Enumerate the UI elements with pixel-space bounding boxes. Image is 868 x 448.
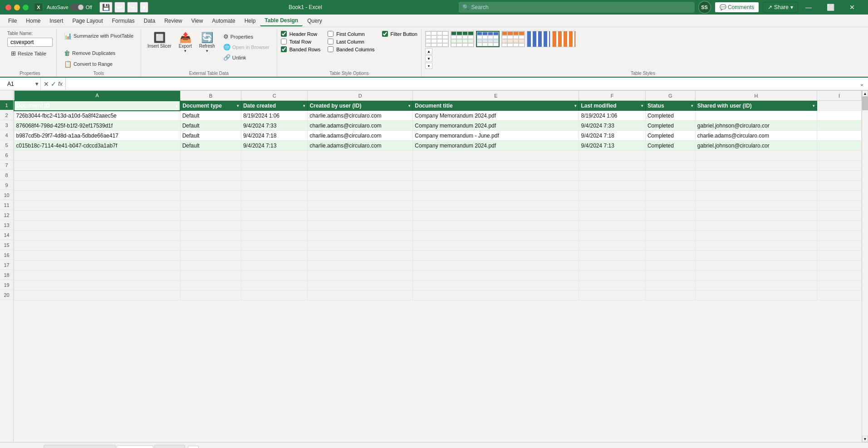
cell-E3[interactable]: Company memorandum 2024.pdf (413, 121, 579, 131)
table-name-input[interactable] (7, 38, 53, 47)
col-header-G[interactable]: G (645, 91, 695, 101)
cell-D4[interactable]: charlie.adams@circularo.com (308, 131, 413, 141)
menu-formulas[interactable]: Formulas (108, 16, 139, 26)
filter-btn-B[interactable]: ▾ (237, 103, 239, 108)
row-header-5[interactable]: 5 (0, 140, 13, 150)
sheet-tab-sheet1[interactable]: Sheet1 (154, 445, 185, 448)
menu-view[interactable]: View (187, 16, 208, 26)
row-header-4[interactable]: 4 (0, 130, 13, 140)
cell-A14[interactable] (14, 231, 180, 241)
cell-I5[interactable] (817, 141, 862, 151)
cell-A8[interactable] (14, 171, 180, 181)
cell-C2[interactable]: 8/19/2024 1:06 (241, 111, 307, 121)
cell-A17[interactable] (14, 261, 180, 271)
scroll-track[interactable] (862, 97, 868, 436)
undo-button[interactable]: ↩ (114, 2, 125, 13)
total-row-checkbox[interactable]: Total Row (281, 39, 321, 44)
row-header-16[interactable]: 16 (0, 250, 13, 260)
menu-page-layout[interactable]: Page Layout (68, 16, 107, 26)
row-header-11[interactable]: 11 (0, 200, 13, 210)
close-button[interactable]: ✕ (842, 0, 863, 15)
row-header-6[interactable]: 6 (0, 150, 13, 160)
cell-C5[interactable]: 9/4/2024 7:13 (241, 141, 307, 151)
filter-btn-G[interactable]: ▾ (691, 103, 693, 108)
menu-table-design[interactable]: Table Design (260, 15, 303, 26)
menu-query[interactable]: Query (303, 16, 327, 26)
header-cell-F1[interactable]: Last modified▾ (579, 101, 645, 111)
properties-button[interactable]: ⚙ Properties (220, 32, 273, 41)
scroll-down-button[interactable]: ▼ (862, 436, 868, 442)
first-column-checkbox[interactable]: First Column (328, 31, 374, 37)
row-header-1[interactable]: 1 (0, 100, 13, 110)
col-header-C[interactable]: C (241, 91, 307, 101)
banded-rows-checkbox[interactable]: Banded Rows (281, 46, 321, 52)
row-header-9[interactable]: 9 (0, 180, 13, 190)
cell-G4[interactable]: Completed (645, 131, 695, 141)
cell-B2[interactable]: Default (180, 111, 241, 121)
cell-G2[interactable]: Completed (645, 111, 695, 121)
share-button[interactable]: ↗ Share ▾ (763, 2, 798, 13)
cell-H3[interactable]: gabriel.johnson@circularo.cor (695, 121, 817, 131)
row-header-7[interactable]: 7 (0, 160, 13, 170)
row-header-10[interactable]: 10 (0, 190, 13, 200)
header-cell-D1[interactable]: Created by user (ID)▾ (308, 101, 413, 111)
header-cell-G1[interactable]: Status▾ (645, 101, 695, 111)
cell-A4[interactable]: b987cd5b-29f7-4d8d-a1aa-5dbde66ae417 (14, 131, 180, 141)
style-scroll-up[interactable]: ▲ (425, 48, 432, 54)
row-header-19[interactable]: 19 (0, 280, 13, 290)
filter-button-checkbox[interactable]: Filter Button (382, 31, 417, 37)
col-header-F[interactable]: F (579, 91, 645, 101)
insert-slicer-button[interactable]: 🔲 Insert Slicer (145, 31, 174, 49)
cell-H2[interactable] (695, 111, 817, 121)
cell-A2[interactable]: 726b3044-fbc2-413d-a10d-5a8f42aaec5e (14, 111, 180, 121)
search-input[interactable] (459, 2, 695, 13)
cell-I4[interactable] (817, 131, 862, 141)
cell-reference-box[interactable] (4, 78, 35, 90)
col-header-B[interactable]: B (180, 91, 241, 101)
menu-data[interactable]: Data (139, 16, 160, 26)
export-button[interactable]: 📤 Export ▾ (176, 31, 195, 54)
cell-A13[interactable] (14, 221, 180, 231)
autosave-toggle[interactable] (70, 4, 84, 10)
cell-ref-dropdown[interactable]: ▾ (35, 80, 39, 87)
close-traffic-light[interactable] (5, 5, 11, 10)
filter-btn-D[interactable]: ▾ (408, 103, 411, 108)
comments-button[interactable]: 💬 Comments (715, 2, 759, 13)
cell-E4[interactable]: Company memorandum - June.pdf (413, 131, 579, 141)
menu-file[interactable]: File (4, 16, 21, 26)
cell-A16[interactable] (14, 251, 180, 261)
col-header-H[interactable]: H (695, 91, 817, 101)
cell-A15[interactable] (14, 241, 180, 251)
sheet-tab-csvexport[interactable]: csvexport (117, 445, 153, 448)
open-browser-button[interactable]: 🌐 Open in Browser (220, 42, 273, 52)
cell-D3[interactable]: charlie.adams@circularo.com (308, 121, 413, 131)
cell-A10[interactable] (14, 191, 180, 201)
row-header-3[interactable]: 3 (0, 120, 13, 130)
formula-cancel-button[interactable]: ✕ (44, 80, 49, 88)
cell-B3[interactable]: Default (180, 121, 241, 131)
cell-E5[interactable]: Company memorandum 2024.pdf (413, 141, 579, 151)
minimize-button[interactable]: — (798, 0, 819, 15)
cell-G5[interactable]: Completed (645, 141, 695, 151)
summarize-pivottable-button[interactable]: 📊 Summarize with PivotTable (60, 31, 137, 41)
col-header-E[interactable]: E (413, 91, 579, 101)
save-button[interactable]: 💾 (99, 2, 113, 13)
cell-E2[interactable]: Company Memorandum 2024.pdf (413, 111, 579, 121)
formula-bar-expand[interactable]: ⌄ (859, 80, 864, 87)
style-preview-more2[interactable] (552, 31, 576, 47)
row-header-12[interactable]: 12 (0, 210, 13, 220)
cell-A5[interactable]: c015b18c-7114-4e41-b047-cdccd3a1ab7f (14, 141, 180, 151)
header-cell-E1[interactable]: Document title▾ (413, 101, 579, 111)
cell-A20[interactable] (14, 290, 180, 300)
vertical-scrollbar[interactable]: ▲ ▼ (862, 90, 868, 442)
style-preview-none[interactable] (425, 31, 449, 47)
style-scroll-more[interactable]: ▾ (425, 63, 432, 69)
cell-F4[interactable]: 9/4/2024 7:18 (579, 131, 645, 141)
menu-help[interactable]: Help (240, 16, 260, 26)
col-header-A[interactable]: A (14, 91, 180, 101)
row-header-20[interactable]: 20 (0, 290, 13, 300)
remove-duplicates-button[interactable]: 🗑 Remove Duplicates (60, 48, 119, 58)
style-preview-green-banded[interactable] (451, 31, 474, 47)
cell-I2[interactable] (817, 111, 862, 121)
style-preview-more1[interactable] (527, 31, 550, 47)
